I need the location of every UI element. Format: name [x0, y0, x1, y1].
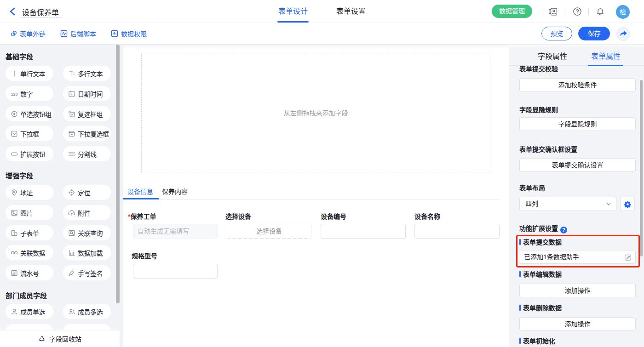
- svg-text:123: 123: [11, 91, 17, 96]
